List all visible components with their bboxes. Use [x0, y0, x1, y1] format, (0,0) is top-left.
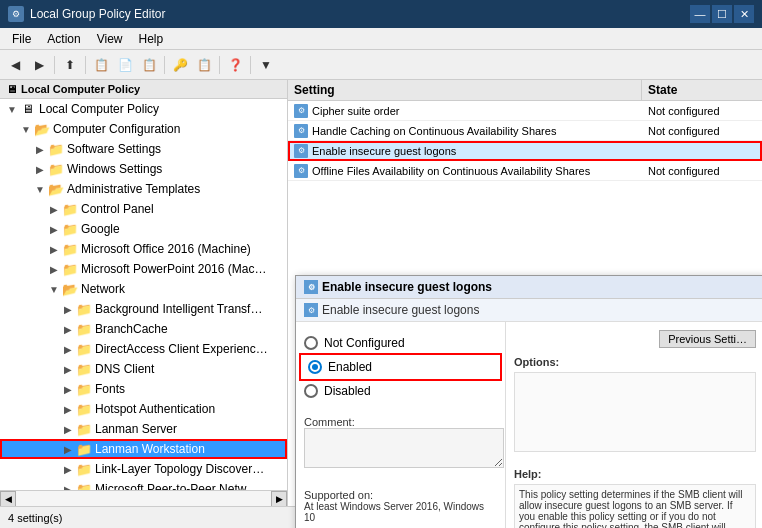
tree-item-microsoft-office-2016[interactable]: ▶📁Microsoft Office 2016 (Machine)	[0, 239, 287, 259]
tree-item-administrative-templates[interactable]: ▼📂Administrative Templates	[0, 179, 287, 199]
tree-item-branchcache[interactable]: ▶📁BranchCache	[0, 319, 287, 339]
expand-icon-windows-settings[interactable]: ▶	[32, 164, 48, 175]
settings-row-cipher-suite[interactable]: ⚙Cipher suite orderNot configured	[288, 101, 762, 121]
comment-input[interactable]	[304, 428, 504, 468]
expand-icon-network[interactable]: ▼	[46, 284, 62, 295]
close-button[interactable]: ✕	[734, 5, 754, 23]
expand-icon-directaccess[interactable]: ▶	[60, 344, 76, 355]
radio-disabled-label: Disabled	[324, 384, 371, 398]
expand-icon-administrative-templates[interactable]: ▼	[32, 184, 48, 195]
tree-icon-directaccess: 📁	[76, 342, 92, 356]
key-button[interactable]: 🔑	[169, 54, 191, 76]
radio-disabled-btn[interactable]	[304, 384, 318, 398]
tree-icon-microsoft-office-2016: 📁	[62, 242, 78, 256]
menu-file[interactable]: File	[4, 30, 39, 48]
row-setting-text-enable-insecure-guest: Enable insecure guest logons	[312, 145, 456, 157]
row-icon-offline-files: ⚙	[294, 164, 308, 178]
tree-item-computer-configuration[interactable]: ▼📂Computer Configuration	[0, 119, 287, 139]
scroll-right-button[interactable]: ▶	[271, 491, 287, 507]
tree-item-windows-settings[interactable]: ▶📁Windows Settings	[0, 159, 287, 179]
expand-icon-local-computer-policy[interactable]: ▼	[4, 104, 20, 115]
tree-item-software-settings[interactable]: ▶📁Software Settings	[0, 139, 287, 159]
expand-icon-dns-client[interactable]: ▶	[60, 364, 76, 375]
filter-button[interactable]: ▼	[255, 54, 277, 76]
tree-item-microsoft-powerpoint-2016[interactable]: ▶📁Microsoft PowerPoint 2016 (Mac…	[0, 259, 287, 279]
expand-icon-fonts[interactable]: ▶	[60, 384, 76, 395]
tree-item-fonts[interactable]: ▶📁Fonts	[0, 379, 287, 399]
up-button[interactable]: ⬆	[59, 54, 81, 76]
tree-label-software-settings: Software Settings	[67, 142, 161, 156]
expand-icon-hotspot-auth[interactable]: ▶	[60, 404, 76, 415]
horizontal-scrollbar[interactable]: ◀ ▶	[0, 490, 287, 506]
maximize-button[interactable]: ☐	[712, 5, 732, 23]
tree-label-windows-settings: Windows Settings	[67, 162, 162, 176]
tree-icon-computer-configuration: 📂	[34, 122, 50, 136]
row-icon-enable-insecure-guest: ⚙	[294, 144, 308, 158]
settings-row-handle-caching[interactable]: ⚙Handle Caching on Continuous Availabili…	[288, 121, 762, 141]
menu-action[interactable]: Action	[39, 30, 88, 48]
tree-item-control-panel[interactable]: ▶📁Control Panel	[0, 199, 287, 219]
tree-label-control-panel: Control Panel	[81, 202, 154, 216]
expand-icon-computer-configuration[interactable]: ▼	[18, 124, 34, 135]
settings-row-offline-files[interactable]: ⚙Offline Files Availability on Continuou…	[288, 161, 762, 181]
tree-item-directaccess[interactable]: ▶📁DirectAccess Client Experienc…	[0, 339, 287, 359]
detail-subtitle: ⚙ Enable insecure guest logons	[296, 299, 762, 322]
settings-rows: ⚙Cipher suite orderNot configured⚙Handle…	[288, 101, 762, 181]
tree-icon-control-panel: 📁	[62, 202, 78, 216]
minimize-button[interactable]: —	[690, 5, 710, 23]
expand-icon-control-panel[interactable]: ▶	[46, 204, 62, 215]
expand-icon-microsoft-office-2016[interactable]: ▶	[46, 244, 62, 255]
tree-item-microsoft-peer-to-peer[interactable]: ▶📁Microsoft Peer-to-Peer Netw…	[0, 479, 287, 490]
scroll-left-button[interactable]: ◀	[0, 491, 16, 507]
radio-not-configured-btn[interactable]	[304, 336, 318, 350]
prev-setting-button[interactable]: Previous Setti…	[659, 330, 756, 348]
expand-icon-link-layer-topology[interactable]: ▶	[60, 464, 76, 475]
tree-icon-microsoft-peer-to-peer: 📁	[76, 482, 92, 490]
tree-icon-lanman-server: 📁	[76, 422, 92, 436]
radio-disabled[interactable]: Disabled	[304, 384, 497, 398]
show-hide-button[interactable]: 📋	[90, 54, 112, 76]
row-state-cipher-suite: Not configured	[642, 103, 762, 119]
row-state-handle-caching: Not configured	[642, 123, 762, 139]
back-button[interactable]: ◀	[4, 54, 26, 76]
tree-label-computer-configuration: Computer Configuration	[53, 122, 180, 136]
scroll-track[interactable]	[16, 491, 271, 507]
status-text: 4 setting(s)	[8, 512, 62, 524]
menu-help[interactable]: Help	[131, 30, 172, 48]
settings-row-enable-insecure-guest[interactable]: ⚙Enable insecure guest logons	[288, 141, 762, 161]
expand-icon-google[interactable]: ▶	[46, 224, 62, 235]
paste-button[interactable]: 📋	[138, 54, 160, 76]
tree-icon-google: 📁	[62, 222, 78, 236]
row-setting-handle-caching: ⚙Handle Caching on Continuous Availabili…	[288, 122, 642, 140]
properties-button[interactable]: 📋	[193, 54, 215, 76]
radio-enabled-btn[interactable]	[308, 360, 322, 374]
tree-item-dns-client[interactable]: ▶📁DNS Client	[0, 359, 287, 379]
tree-item-lanman-server[interactable]: ▶📁Lanman Server	[0, 419, 287, 439]
tree-item-network[interactable]: ▼📂Network	[0, 279, 287, 299]
copy-button[interactable]: 📄	[114, 54, 136, 76]
expand-icon-software-settings[interactable]: ▶	[32, 144, 48, 155]
title-bar-controls[interactable]: — ☐ ✕	[690, 5, 754, 23]
help-button[interactable]: ❓	[224, 54, 246, 76]
tree-icon-software-settings: 📁	[48, 142, 64, 156]
forward-button[interactable]: ▶	[28, 54, 50, 76]
expand-icon-background-intelligent[interactable]: ▶	[60, 304, 76, 315]
detail-title: ⚙ Enable insecure guest logons	[296, 276, 762, 299]
expand-icon-branchcache[interactable]: ▶	[60, 324, 76, 335]
options-area	[514, 372, 756, 452]
tree-item-google[interactable]: ▶📁Google	[0, 219, 287, 239]
detail-right-top: Previous Setti…	[514, 330, 756, 348]
tree-scroll[interactable]: ▼🖥Local Computer Policy▼📂Computer Config…	[0, 99, 287, 490]
radio-not-configured[interactable]: Not Configured	[304, 336, 497, 350]
menu-view[interactable]: View	[89, 30, 131, 48]
toolbar-separator-3	[164, 56, 165, 74]
radio-enabled[interactable]: Enabled	[304, 358, 497, 376]
tree-item-hotspot-auth[interactable]: ▶📁Hotspot Authentication	[0, 399, 287, 419]
expand-icon-lanman-workstation[interactable]: ▶	[60, 444, 76, 455]
tree-item-lanman-workstation[interactable]: ▶📁Lanman Workstation	[0, 439, 287, 459]
expand-icon-microsoft-powerpoint-2016[interactable]: ▶	[46, 264, 62, 275]
tree-item-link-layer-topology[interactable]: ▶📁Link-Layer Topology Discover…	[0, 459, 287, 479]
tree-item-local-computer-policy[interactable]: ▼🖥Local Computer Policy	[0, 99, 287, 119]
expand-icon-lanman-server[interactable]: ▶	[60, 424, 76, 435]
tree-item-background-intelligent[interactable]: ▶📁Background Intelligent Transf…	[0, 299, 287, 319]
